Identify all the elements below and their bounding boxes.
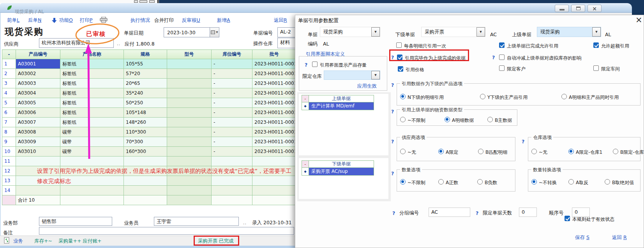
help-icon[interactable]: ? — [522, 139, 524, 144]
cell-spec[interactable]: 35*240 — [124, 88, 167, 98]
cell-location[interactable]: - — [212, 98, 252, 108]
cell-spec[interactable] — [124, 176, 167, 186]
radio-warehouse-1[interactable] — [568, 149, 574, 154]
toolbar-return[interactable]: 返回R — [274, 17, 287, 24]
checkbox-auto-offset[interactable] — [499, 55, 505, 60]
cell-location[interactable]: - — [212, 137, 252, 147]
radio-warehouse-0[interactable] — [531, 149, 537, 154]
radio-supplier-0[interactable] — [400, 149, 406, 154]
salesperson-lookup-button[interactable]: .. — [243, 220, 247, 225]
cell-spec[interactable]: 50*250 — [124, 98, 167, 108]
cell-product-code[interactable]: A03005 — [16, 98, 60, 108]
help-icon[interactable]: ? — [391, 82, 394, 88]
cell-location[interactable] — [212, 186, 252, 195]
radio-qtyconv-0[interactable] — [531, 179, 537, 185]
cell-location[interactable]: - — [212, 88, 252, 98]
apply-effect-link[interactable]: 应用生效 — [357, 83, 377, 90]
radio-qtyconv-1[interactable] — [568, 179, 574, 185]
dialog-close-icon[interactable]: × — [635, 15, 642, 25]
dept-input[interactable]: 销售部 — [39, 217, 112, 226]
cell-model[interactable] — [167, 186, 212, 195]
header-product-code[interactable]: 产品编号 — [16, 50, 60, 59]
toolbar-add-new[interactable]: 新增A — [217, 17, 230, 24]
cell-row-number[interactable]: 4 — [2, 88, 16, 98]
cell-location[interactable]: - — [212, 147, 252, 157]
header-model[interactable]: 型号 — [167, 50, 212, 59]
cell-row-number[interactable]: 10 — [2, 147, 16, 157]
help-icon[interactable]: ? — [392, 210, 395, 216]
docno-value[interactable]: AL-2 — [277, 27, 297, 37]
help-icon[interactable]: ? — [476, 210, 478, 216]
cell-model[interactable] — [167, 118, 212, 127]
cell-model[interactable] — [167, 98, 212, 108]
cell-spec[interactable]: 105*55 — [124, 59, 167, 69]
cell-model[interactable] — [167, 69, 212, 79]
header-location[interactable]: 库位编号 — [212, 50, 252, 59]
checkbox-allow-excess[interactable] — [593, 42, 599, 48]
cell-model[interactable] — [167, 79, 212, 88]
cell-batch[interactable] — [252, 157, 295, 166]
checkbox-once-per-detail[interactable] — [396, 42, 402, 48]
cell-product-code[interactable]: A03002 — [16, 69, 60, 79]
cell-row-number[interactable]: 11 — [2, 157, 16, 166]
cell-batch[interactable]: 2023-H0011-0001-0 — [252, 108, 295, 118]
save-button[interactable]: 保存 S — [575, 234, 589, 241]
upper-doc-combo[interactable]: 现货采购 ▼ — [537, 27, 601, 37]
cell-spec[interactable]: 20*65 — [124, 79, 167, 88]
cell-product-code[interactable]: A03007 — [16, 118, 60, 127]
cell-product-code[interactable] — [16, 157, 60, 166]
cell-row-number[interactable]: 1 — [2, 59, 16, 69]
cell-row-number[interactable]: 7 — [2, 118, 16, 127]
radio-product-0[interactable] — [400, 94, 406, 99]
help-icon[interactable]: ? — [305, 62, 307, 68]
checkbox-ref-price[interactable] — [398, 66, 403, 72]
cell-model[interactable] — [167, 127, 212, 137]
toolbar-prev-doc[interactable]: 前单L — [7, 17, 19, 24]
upper-list-item[interactable]: 生产计算单 MD/emf — [309, 102, 374, 110]
cell-spec[interactable]: 160*300 — [124, 147, 167, 157]
cell-product-code[interactable]: A03004 — [16, 88, 60, 98]
cell-spec[interactable]: 105*148 — [124, 108, 167, 118]
limit-days-input[interactable]: 0 — [519, 208, 537, 217]
chevron-down-icon[interactable]: ▼ — [476, 27, 485, 37]
radio-product-2[interactable] — [561, 94, 567, 99]
cell-row-number[interactable]: 8 — [2, 127, 16, 137]
calendar-picker-button[interactable]: ▼ — [210, 28, 219, 37]
cell-row-number[interactable]: 3 — [2, 79, 16, 88]
cell-model[interactable] — [167, 157, 212, 166]
cell-row-number[interactable]: 12 — [2, 166, 16, 176]
toolbar-functions[interactable]: 功能O — [59, 17, 73, 24]
cell-row-number[interactable]: 2 — [2, 69, 16, 79]
checkbox-rule-active[interactable] — [565, 216, 570, 221]
cell-row-number[interactable]: 14 — [2, 186, 16, 195]
cell-product-code[interactable]: A03009 — [16, 137, 60, 147]
cell-batch[interactable]: 2023-H0011-0001-0 — [252, 88, 295, 98]
help-icon[interactable]: ? — [391, 139, 394, 144]
radio-warehouse-2[interactable] — [613, 149, 618, 154]
statusbar-purchase[interactable]: 采购量++ 应付账+ — [58, 238, 101, 244]
cell-spec[interactable] — [124, 157, 167, 166]
cell-batch[interactable]: 2023-H0011-0001-0 — [252, 98, 295, 108]
cell-location[interactable]: - — [212, 108, 252, 118]
cell-product-code[interactable] — [16, 186, 60, 195]
back-button[interactable]: 返回 R — [612, 234, 627, 241]
cell-product-code[interactable]: A03003 — [16, 79, 60, 88]
cell-model[interactable] — [167, 176, 212, 186]
statusbar-inventory[interactable]: 库存+~ — [34, 238, 52, 244]
toolbar-unapprove[interactable]: 反审核U — [182, 17, 200, 24]
seq-no-input[interactable]: 0 — [572, 208, 590, 217]
limit-warehouse-combo[interactable]: ▼ — [324, 70, 380, 80]
radio-material-1[interactable] — [445, 117, 450, 122]
cell-location[interactable]: - — [212, 118, 252, 127]
radio-qty-2[interactable] — [477, 179, 483, 185]
toolbar-merge-print[interactable]: 合并打印 — [154, 17, 174, 24]
cell-location[interactable] — [212, 157, 252, 166]
window-close-button[interactable]: × — [588, 5, 602, 12]
help-icon[interactable]: ? — [492, 55, 495, 60]
toolbar-next-doc[interactable]: 后单N — [28, 17, 41, 24]
checkbox-limit-customer[interactable] — [499, 65, 505, 71]
cell-batch[interactable] — [252, 186, 295, 195]
toolbar-exec-status[interactable]: 执行情况 — [131, 17, 150, 24]
cell-model[interactable] — [167, 108, 212, 118]
help-icon[interactable]: ? — [391, 109, 394, 114]
